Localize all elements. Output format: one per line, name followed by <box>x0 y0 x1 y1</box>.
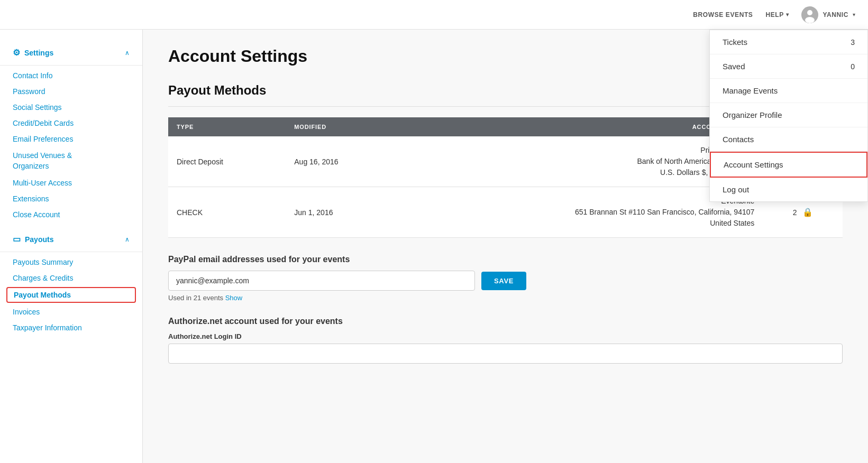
lock-icon: 🔒 <box>802 207 813 217</box>
sidebar-item-taxpayer-information[interactable]: Taxpayer Information <box>0 320 142 336</box>
sidebar-item-credit-debit-cards[interactable]: Credit/Debit Cards <box>0 115 142 131</box>
sidebar-item-payout-methods[interactable]: Payout Methods <box>6 287 136 303</box>
sidebar-item-email-preferences[interactable]: Email Preferences <box>0 131 142 147</box>
paypal-input-row: SAVE <box>168 271 843 291</box>
authorize-title: Authorize.net account used for your even… <box>168 317 843 326</box>
sidebar-payouts-label: Payouts <box>25 235 53 244</box>
cell-modified: Jun 1, 2016 <box>286 187 399 238</box>
dropdown-item-tickets[interactable]: Tickets 3 <box>710 30 867 54</box>
authorize-label: Authorize.net Login ID <box>168 332 843 340</box>
cell-type: Direct Deposit <box>168 136 286 187</box>
sidebar-item-social-settings[interactable]: Social Settings <box>0 99 142 115</box>
top-nav: BROWSE EVENTS HELP ▾ YANNIC ▾ Tickets 3 <box>0 0 868 30</box>
chevron-up-icon: ∧ <box>125 49 130 57</box>
chevron-up-icon: ∧ <box>125 236 130 243</box>
avatar <box>801 6 818 23</box>
browse-events-link[interactable]: BROWSE EVENTS <box>693 11 753 18</box>
help-link[interactable]: HELP ▾ <box>765 11 789 18</box>
col-account-details: ACCOUNT/DETAILS <box>399 117 763 136</box>
cell-type: CHECK <box>168 187 286 238</box>
dropdown-item-account-settings[interactable]: Account Settings <box>710 152 867 178</box>
chevron-down-icon: ▾ <box>853 12 855 17</box>
paypal-hint: Used in 21 events Show <box>168 294 843 302</box>
paypal-show-link[interactable]: Show <box>225 294 243 302</box>
user-menu-button[interactable]: YANNIC ▾ <box>801 6 855 23</box>
sidebar-item-extensions[interactable]: Extensions <box>0 191 142 207</box>
col-type: TYPE <box>168 117 286 136</box>
paypal-section: PayPal email addresses used for your eve… <box>168 255 843 302</box>
sidebar-item-payouts-summary[interactable]: Payouts Summary <box>0 254 142 270</box>
sidebar-settings-section: ⚙ Settings ∧ Contact Info Password Socia… <box>0 42 142 223</box>
sidebar-item-unused-venues[interactable]: Unused Venues &Organizers <box>0 147 142 175</box>
cell-account-details: Eventbrite 651 Brannan St #110 San Franc… <box>399 187 763 238</box>
dropdown-item-logout[interactable]: Log out <box>710 178 867 201</box>
sidebar-settings-label: Settings <box>24 49 53 57</box>
dropdown-item-manage-events[interactable]: Manage Events <box>710 79 867 103</box>
gear-icon: ⚙ <box>13 48 20 58</box>
sidebar-divider <box>0 65 142 66</box>
sidebar-payouts-section: ▭ Payouts ∧ Payouts Summary Charges & Cr… <box>0 229 142 336</box>
paypal-title: PayPal email addresses used for your eve… <box>168 255 843 264</box>
authorize-section: Authorize.net account used for your even… <box>168 317 843 364</box>
svg-point-1 <box>807 10 812 15</box>
save-button[interactable]: SAVE <box>481 272 526 290</box>
sidebar-item-multi-user-access[interactable]: Multi-User Access <box>0 175 142 191</box>
cell-account-details: Primary Account Bank of North America XX… <box>399 136 763 187</box>
sidebar-payouts-header[interactable]: ▭ Payouts ∧ <box>0 229 142 249</box>
paypal-email-input[interactable] <box>168 271 475 291</box>
authorize-login-id-input[interactable] <box>168 344 843 364</box>
svg-point-2 <box>805 17 815 23</box>
dropdown-item-organizer-profile[interactable]: Organizer Profile <box>710 103 867 127</box>
dropdown-item-contacts[interactable]: Contacts <box>710 127 867 152</box>
wallet-icon: ▭ <box>13 234 21 244</box>
sidebar-item-close-account[interactable]: Close Account <box>0 207 142 223</box>
col-modified: MODIFIED <box>286 117 399 136</box>
sidebar-item-contact-info[interactable]: Contact Info <box>0 68 142 84</box>
sidebar-item-invoices[interactable]: Invoices <box>0 304 142 320</box>
user-name-label: YANNIC <box>823 11 848 18</box>
page-title: Account Settings <box>168 47 307 66</box>
chevron-down-icon: ▾ <box>786 12 789 17</box>
user-avatar-image <box>801 6 818 23</box>
user-dropdown-menu: Tickets 3 Saved 0 Manage Events Organize… <box>709 30 868 202</box>
sidebar-settings-header[interactable]: ⚙ Settings ∧ <box>0 42 142 63</box>
dropdown-item-saved[interactable]: Saved 0 <box>710 54 867 79</box>
sidebar-item-charges-credits[interactable]: Charges & Credits <box>0 270 142 286</box>
cell-modified: Aug 16, 2016 <box>286 136 399 187</box>
sidebar-item-password[interactable]: Password <box>0 84 142 99</box>
sidebar-divider-payouts <box>0 252 142 252</box>
sidebar: ⚙ Settings ∧ Contact Info Password Socia… <box>0 30 143 463</box>
